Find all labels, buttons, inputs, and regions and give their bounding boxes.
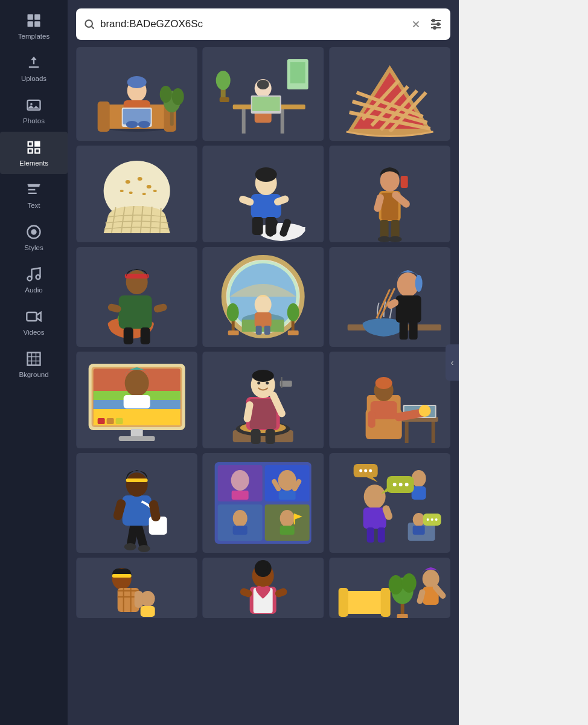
svg-point-198	[280, 510, 295, 527]
canvas-area	[459, 0, 588, 725]
svg-point-238	[258, 561, 268, 571]
svg-rect-0	[28, 14, 33, 20]
svg-rect-233	[141, 606, 155, 617]
sidebar: Templates Uploads Photos Elements Text	[0, 0, 68, 725]
svg-rect-3	[34, 21, 40, 27]
svg-point-249	[388, 575, 403, 594]
chevron-left-icon: ‹	[451, 358, 454, 367]
svg-rect-203	[363, 507, 386, 529]
svg-rect-162	[431, 422, 435, 443]
svg-rect-116	[228, 330, 239, 335]
collapse-panel-button[interactable]: ‹	[446, 344, 459, 381]
svg-point-55	[138, 177, 142, 181]
list-item[interactable]	[76, 247, 197, 347]
svg-point-11	[36, 275, 40, 279]
svg-rect-245	[338, 588, 348, 617]
svg-rect-246	[380, 588, 390, 617]
svg-point-108	[255, 295, 272, 314]
background-icon	[25, 350, 42, 367]
svg-point-180	[126, 472, 148, 497]
list-item[interactable]	[76, 453, 197, 553]
sidebar-item-audio[interactable]: Audio	[0, 259, 68, 301]
svg-rect-76	[266, 217, 276, 235]
svg-rect-172	[368, 411, 375, 428]
list-item[interactable]	[329, 146, 450, 242]
svg-rect-140	[116, 418, 123, 424]
svg-rect-158	[266, 429, 275, 444]
svg-point-155	[257, 382, 260, 385]
svg-point-71	[255, 167, 277, 182]
sidebar-item-elements[interactable]: Elements	[0, 132, 68, 174]
list-item[interactable]	[329, 247, 450, 347]
list-item[interactable]	[329, 558, 450, 618]
search-input[interactable]	[100, 18, 406, 30]
svg-rect-1	[34, 14, 40, 20]
svg-rect-111	[264, 326, 270, 335]
svg-rect-100	[141, 327, 150, 344]
svg-rect-23	[98, 102, 110, 132]
svg-rect-39	[220, 97, 229, 102]
styles-icon	[25, 224, 42, 240]
svg-point-38	[216, 71, 231, 90]
sidebar-item-templates[interactable]: Templates	[0, 5, 68, 47]
audio-icon	[25, 266, 42, 283]
svg-rect-204	[366, 527, 374, 543]
image-grid-container	[68, 47, 459, 725]
svg-point-115	[287, 303, 299, 321]
svg-rect-74	[252, 217, 263, 235]
svg-point-6	[35, 142, 39, 146]
sidebar-item-uploads[interactable]: Uploads	[0, 47, 68, 89]
svg-point-150	[252, 370, 274, 382]
svg-point-215	[364, 469, 367, 472]
svg-rect-178	[123, 495, 152, 526]
list-item[interactable]	[202, 146, 324, 242]
list-item[interactable]	[202, 352, 324, 448]
list-item[interactable]	[76, 352, 197, 448]
photos-icon	[25, 97, 42, 114]
svg-point-57	[129, 192, 133, 194]
list-item[interactable]	[202, 47, 324, 141]
list-item[interactable]	[329, 352, 450, 448]
sidebar-item-text[interactable]: Text	[0, 174, 68, 216]
svg-point-56	[147, 185, 152, 188]
svg-rect-49	[290, 62, 305, 83]
sidebar-item-photos[interactable]: Photos	[0, 89, 68, 132]
svg-point-26	[127, 76, 147, 88]
filter-icon[interactable]	[429, 17, 443, 31]
sidebar-item-videos[interactable]: Videos	[0, 301, 68, 343]
image-grid	[76, 47, 450, 618]
svg-point-113	[227, 303, 239, 321]
svg-point-214	[359, 469, 362, 472]
svg-rect-41	[242, 109, 246, 134]
search-icon	[83, 18, 95, 30]
svg-rect-191	[279, 491, 296, 500]
svg-point-60	[153, 190, 157, 192]
list-item[interactable]	[76, 558, 197, 618]
svg-rect-42	[281, 109, 284, 134]
svg-rect-2	[28, 21, 33, 27]
list-item[interactable]	[202, 453, 324, 553]
list-item[interactable]	[329, 47, 450, 141]
svg-rect-138	[98, 418, 105, 424]
svg-point-222	[430, 518, 433, 521]
list-item[interactable]	[202, 558, 324, 618]
svg-point-34	[160, 86, 172, 103]
svg-rect-12	[27, 312, 36, 321]
clear-search-icon[interactable]	[411, 19, 421, 30]
list-item[interactable]	[329, 453, 450, 553]
svg-point-13	[85, 20, 92, 27]
svg-rect-84	[380, 220, 388, 238]
main-panel: ‹	[68, 0, 459, 725]
list-item[interactable]	[76, 47, 197, 141]
list-item[interactable]	[76, 146, 197, 242]
sidebar-item-styles[interactable]: Styles	[0, 216, 68, 259]
svg-point-31	[138, 121, 150, 128]
sidebar-item-background[interactable]: Bkground	[0, 343, 68, 385]
svg-rect-153	[281, 377, 283, 388]
svg-point-202	[363, 485, 385, 509]
svg-rect-117	[288, 330, 299, 335]
svg-rect-127	[399, 321, 407, 340]
list-item[interactable]	[202, 247, 324, 347]
svg-point-50	[257, 80, 269, 89]
svg-rect-234	[135, 591, 143, 608]
